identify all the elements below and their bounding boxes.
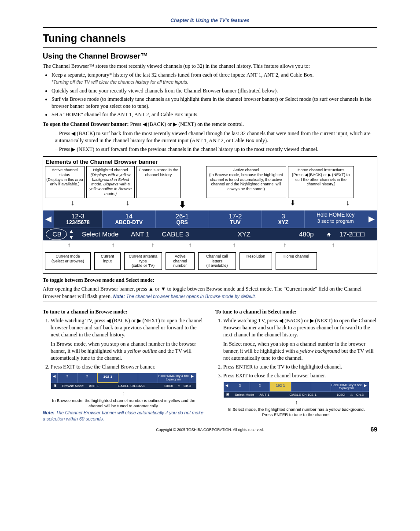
cell-top: 3	[262, 212, 304, 220]
cell-top: 12-3	[54, 212, 102, 220]
banner-cell-1: 14 ABCD-DTV	[103, 210, 156, 228]
mini-right-icon: ▶	[362, 382, 368, 391]
bullet-1-text: Keep a separate, temporary* history of t…	[52, 72, 313, 78]
callout-active-status: Active channel status (Displays in this …	[45, 166, 85, 198]
cb-badge-icon: CB	[46, 229, 67, 240]
bottom-res: 480p	[293, 229, 320, 239]
mini-inp: ANT 1	[86, 383, 102, 389]
arrows-down: ↓ ↓ ⬇ ⬇ ↓	[43, 198, 377, 210]
bc-call: Channel call letters (if available)	[198, 252, 236, 270]
cell-bot: XYZ	[262, 220, 304, 226]
dash-2: – Press ▶ (NEXT) to surf forward from th…	[55, 146, 377, 153]
chapter-title: Chapter 8: Using the TV's features	[43, 18, 377, 23]
spacer	[210, 198, 265, 210]
cell-bot: 12345678	[54, 220, 102, 226]
top-callouts: Active channel status (Displays in this …	[43, 166, 377, 198]
arrow-down-icon: ↓	[100, 198, 155, 210]
s-li1: While watching TV, press ◀ (BACK) or ▶ (…	[223, 317, 376, 338]
b-li1: While watching TV, press ◀ (BACK) or ▶ (…	[51, 317, 203, 338]
cell-top: 17-2	[209, 212, 262, 220]
bullet-1-note: *Turning off the TV will clear the chann…	[52, 79, 188, 85]
bc-l2: (cable or TV)	[132, 263, 155, 268]
mini-cell-home: Hold HOME key 3 sec to program	[331, 382, 362, 391]
toggle-note: The channel browser banner opens in Brow…	[125, 294, 256, 299]
mini-home: ⌂ Ch.3	[175, 383, 196, 389]
mini-left-icon: ◀	[224, 382, 230, 391]
mini-mode: Select Mode	[232, 392, 257, 398]
bc-l2: (Select or Browse)	[52, 259, 84, 263]
two-columns: To tune to a channel in Browse mode: Whi…	[43, 306, 377, 424]
browse-head: To tune to a channel in Browse mode:	[43, 308, 205, 315]
mini-cell	[138, 373, 158, 382]
mini-bot: ▣ Select Mode ANT 1 CABLE Ch.102-1 1080i…	[224, 391, 369, 398]
bullet-1: Keep a separate, temporary* history of t…	[52, 71, 377, 85]
mini-cell-home: Hold HOME key 3 sec to program	[158, 373, 189, 382]
page-h1: Tuning channels	[43, 32, 377, 44]
browse-step-2: Press EXIT to close the Channel Browser …	[51, 363, 205, 370]
hr-top	[43, 27, 377, 28]
banner-bottom-row: CB ▲▼ Select Mode ANT 1 CABLE 3 XYZ 480p…	[43, 228, 377, 240]
bc-chnum: Active channel number	[166, 252, 195, 270]
bottom-ch: XYZ	[195, 229, 293, 239]
callout-active-channel: Active channel (In Browse mode, because …	[206, 166, 286, 198]
banner-top-row: ◀ 12-3 12345678 14 ABCD-DTV 26-1 QRS 17-…	[43, 210, 377, 228]
select-step-2: Press ENTER to tune the TV to the highli…	[223, 363, 377, 370]
mini-top: ◀ 3 2 102-1 Hold HOME key 3 sec to progr…	[224, 382, 369, 391]
mini-mid: CABLE Ch.102-1	[101, 383, 161, 389]
arrow-up-icon: ↑	[309, 240, 357, 250]
bc-l2: (if available)	[206, 263, 228, 268]
hr-mid	[43, 302, 377, 302]
bullet-2: Quickly surf and tune your recently view…	[52, 87, 377, 94]
channel-browser-banner: ◀ 12-3 12345678 14 ABCD-DTV 26-1 QRS 17-…	[43, 210, 377, 240]
bottom-input: ANT 1	[125, 229, 155, 239]
mini-bot: ▣ Browse Mode ANT 1 CABLE Ch.102-1 1080i…	[51, 383, 196, 389]
c2-l1: Highlighted channel	[93, 168, 128, 172]
mini-banner-browse: ◀ 3 2 102-1 Hold HOME key 3 sec to progr…	[51, 373, 196, 388]
arrow-up-icon: ↑	[261, 240, 309, 250]
cell-top: 14	[103, 212, 155, 220]
cell-bot: ABCD-DTV	[103, 220, 155, 226]
s-li1b-em: yellow background	[300, 348, 340, 354]
bc-l1: Current mode	[55, 254, 80, 258]
banner-left-arrow-icon: ◀	[43, 210, 54, 228]
mini-cell: 3	[230, 382, 250, 391]
arrow-up-icon: ↑	[208, 240, 261, 250]
cell-bot: TUV	[209, 220, 262, 226]
note-label: Note:	[43, 410, 55, 415]
left-column: To tune to a channel in Browse mode: Whi…	[43, 306, 205, 424]
mini-cell: 2	[250, 382, 270, 391]
mini-right-icon: ▶	[189, 373, 195, 382]
arrow-up-icon: ↑	[93, 240, 133, 250]
callout-highlighted: Highlighted channel (Displays with a yel…	[86, 166, 135, 198]
arrow-down-icon: ⬇	[265, 198, 320, 210]
home-icon	[326, 232, 332, 237]
open-banner-p: To open the Channel Browser banner: Pres…	[43, 121, 377, 128]
s-li1b: In Select mode, when you stop on a chann…	[223, 340, 377, 362]
banner-right-arrow-icon: ▶	[366, 210, 377, 228]
bc-home: Home channel	[276, 252, 317, 270]
bc-res: Resolution	[239, 252, 272, 270]
browse-steps: While watching TV, press ◀ (BACK) or ▶ (…	[51, 317, 205, 370]
elements-title: Elements of the Channel Browser banner	[43, 157, 377, 166]
feature-bullets: Keep a separate, temporary* history of t…	[52, 71, 377, 118]
toggle-p: After opening the Channel Browser banner…	[43, 285, 377, 299]
bullet-4: Set a "HOME" channel for the ANT 1, ANT …	[52, 111, 377, 118]
spacer	[182, 166, 204, 198]
cell-top: 26-1	[156, 212, 209, 220]
open-banner-rest: Press ◀ (BACK) or ▶ (NEXT) on the remote…	[129, 121, 244, 127]
banner-cell-4: 3 XYZ	[262, 210, 305, 228]
footer-copyright: Copyright © 2005 TOSHIBA CORPORATION. Al…	[43, 428, 377, 432]
c1-l2: (Displays in this area only if available…	[46, 177, 83, 187]
mini-cell-hl: 102-1	[97, 373, 118, 382]
bc-l1: Channel call letters	[206, 254, 228, 263]
mini-banner-select: ◀ 3 2 102-1 Hold HOME key 3 sec to progr…	[224, 382, 369, 398]
mini-inp: ANT 1	[257, 392, 272, 398]
banner-cell-2: 26-1 QRS	[156, 210, 209, 228]
hr-h1	[43, 47, 377, 48]
right-column: To tune to a channel in Select mode: Whi…	[215, 306, 377, 424]
mini-arrow-icon: ↑	[215, 399, 377, 406]
bottom-home-text: 17-2□□□	[333, 229, 371, 239]
mini-res: 1080i	[334, 392, 348, 398]
mini-cell	[311, 382, 331, 391]
mini-cell-hl: 102-1	[270, 382, 291, 391]
